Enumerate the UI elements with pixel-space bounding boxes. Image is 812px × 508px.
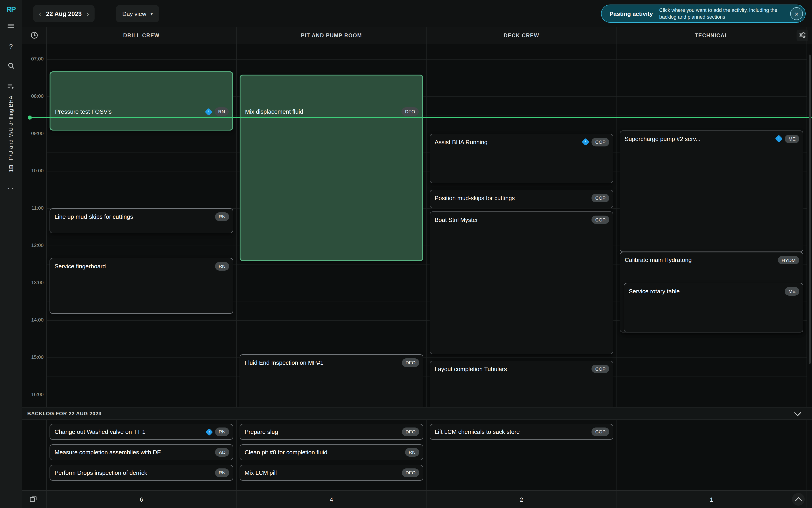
discipline-badge: AD bbox=[215, 448, 229, 457]
discipline-badge: DFO bbox=[401, 108, 419, 116]
backlog-item[interactable]: Lift LCM chemicals to sack storeCOP bbox=[430, 424, 613, 440]
column-activity-count: 2 bbox=[426, 491, 617, 508]
menu-button[interactable] bbox=[0, 18, 22, 35]
event-title: Mix displacement fluid bbox=[245, 108, 398, 115]
event-card[interactable]: Mix displacement fluidDFO bbox=[239, 75, 423, 261]
close-icon: × bbox=[795, 10, 799, 17]
search-button[interactable] bbox=[0, 58, 22, 75]
app-root: ‹ 22 Aug 2023 › Day view ▾ Pasting activ… bbox=[0, 0, 812, 508]
backlog-item[interactable]: Clean pit #8 for completion fluidRN bbox=[239, 444, 423, 460]
view-label: Day view bbox=[122, 10, 146, 17]
event-title-row: Layout completion TubularsCOP bbox=[435, 365, 609, 373]
alert-icon: ! bbox=[775, 135, 783, 143]
backlog-item[interactable]: Prepare slugDFO bbox=[239, 424, 423, 440]
discipline-badge: HYDM bbox=[778, 256, 799, 264]
top-bar: ‹ 22 Aug 2023 › Day view ▾ Pasting activ… bbox=[22, 0, 812, 27]
discipline-badge: RN bbox=[215, 212, 229, 221]
event-card[interactable]: Supercharge pump #2 serv...!ME bbox=[620, 130, 803, 252]
sidebar: RP ? P/U and M/U drilling BHA 1B • • bbox=[0, 0, 22, 508]
backlog-section: Change out Washed valve on TT 1!RNMeasur… bbox=[22, 419, 812, 490]
backlog-item[interactable]: Mix LCM pillDFO bbox=[239, 465, 423, 481]
app-logo: RP bbox=[0, 5, 22, 14]
calendar-body: 07:0008:0009:0010:0011:0012:0013:0014:00… bbox=[22, 44, 812, 407]
event-card[interactable]: Layout completion TubularsCOP bbox=[430, 361, 613, 407]
backlog-header: BACKLOG FOR 22 AUG 2023 bbox=[22, 407, 812, 420]
column-divider bbox=[807, 44, 807, 407]
backlog-item[interactable]: Perform Drops inspection of derrickRN bbox=[50, 465, 233, 481]
column-divider bbox=[617, 44, 617, 407]
column-header-drill-crew: DRILL CREW bbox=[46, 27, 236, 44]
event-card[interactable]: Service rotary tableME bbox=[624, 283, 803, 333]
alert-icon: ! bbox=[582, 138, 589, 146]
column-activity-count: 1 bbox=[617, 491, 807, 508]
event-title: Lift LCM chemicals to sack store bbox=[435, 428, 588, 435]
event-title: Line up mud-skips for cuttings bbox=[54, 213, 212, 220]
alert-icon: ! bbox=[205, 108, 213, 116]
scrollbar[interactable] bbox=[809, 54, 811, 364]
event-card[interactable]: Boat Stril MysterCOP bbox=[430, 211, 613, 354]
next-day-button[interactable]: › bbox=[86, 9, 89, 18]
stacked-view-button[interactable] bbox=[29, 495, 37, 504]
event-title: Prepare slug bbox=[244, 428, 399, 435]
discipline-badge: RN bbox=[405, 448, 419, 457]
backlog-item[interactable]: Change out Washed valve on TT 1!RN bbox=[50, 424, 233, 440]
time-label: 15:00 bbox=[22, 354, 44, 360]
date-navigator: ‹ 22 Aug 2023 › bbox=[33, 5, 95, 22]
pasting-activity-banner: Pasting activity Click where you want to… bbox=[601, 5, 806, 23]
stacked-cards-icon bbox=[29, 498, 37, 504]
time-label: 11:00 bbox=[22, 205, 44, 211]
discipline-badge: COP bbox=[591, 138, 609, 146]
close-banner-button[interactable]: × bbox=[790, 7, 803, 20]
activity-list-button[interactable] bbox=[0, 78, 22, 95]
event-card[interactable]: Assist BHA Running!COP bbox=[430, 134, 613, 183]
time-label: 12:00 bbox=[22, 242, 44, 248]
time-label: 10:00 bbox=[22, 168, 44, 173]
clock-icon bbox=[30, 31, 39, 41]
calendar: DRILL CREWPIT AND PUMP ROOMDECK CREWTECH… bbox=[22, 27, 812, 508]
event-title: Pressure test FOSV's bbox=[55, 108, 203, 115]
discipline-badge: DFO bbox=[402, 358, 419, 367]
backlog-item[interactable]: Measure completion assemblies with DEAD bbox=[50, 444, 233, 460]
event-title: Assist BHA Running bbox=[435, 139, 580, 145]
time-label: 09:00 bbox=[22, 130, 44, 136]
event-title-row: Assist BHA Running!COP bbox=[435, 138, 609, 146]
chevron-up-button[interactable] bbox=[792, 493, 805, 506]
event-title-row: Position mud-skips for cuttingsCOP bbox=[435, 194, 609, 202]
chevron-down-icon bbox=[794, 409, 801, 416]
event-title: Position mud-skips for cuttings bbox=[435, 195, 588, 202]
overflow-dots: • • bbox=[0, 186, 22, 191]
event-card[interactable]: Position mud-skips for cuttingsCOP bbox=[430, 189, 613, 208]
alert-icon: ! bbox=[205, 428, 213, 436]
column-divider bbox=[46, 419, 47, 490]
column-divider bbox=[617, 419, 617, 490]
event-title-row: Boat Stril MysterCOP bbox=[435, 216, 609, 224]
event-card[interactable]: Fluid End Inspection on MP#1DFO bbox=[239, 354, 423, 407]
column-divider bbox=[426, 419, 427, 490]
event-card[interactable]: Line up mud-skips for cuttingsRN bbox=[50, 208, 233, 233]
column-divider bbox=[236, 419, 237, 490]
discipline-badge: RN bbox=[215, 108, 229, 116]
event-card[interactable]: Pressure test FOSV's!RN bbox=[50, 72, 233, 131]
previous-day-button[interactable]: ‹ bbox=[39, 9, 42, 18]
event-title-row: Calibrate main HydratongHYDM bbox=[625, 256, 799, 264]
caret-down-icon: ▾ bbox=[150, 11, 153, 16]
banner-description: Click where you want to add the activity… bbox=[659, 7, 785, 20]
column-divider bbox=[236, 44, 237, 407]
collapse-backlog-button[interactable] bbox=[791, 409, 804, 418]
event-title-row: Line up mud-skips for cuttingsRN bbox=[54, 212, 229, 221]
event-card[interactable]: Service fingerboardRN bbox=[50, 258, 233, 314]
column-activity-count: 6 bbox=[46, 491, 236, 508]
event-title: Clean pit #8 for completion fluid bbox=[244, 449, 402, 456]
event-title: Change out Washed valve on TT 1 bbox=[54, 428, 203, 435]
view-selector[interactable]: Day view ▾ bbox=[116, 5, 160, 22]
time-label: 08:00 bbox=[22, 93, 44, 99]
event-title: Boat Stril Myster bbox=[435, 216, 588, 223]
column-header-technical: TECHNICAL bbox=[617, 27, 807, 44]
help-button[interactable]: ? bbox=[0, 38, 22, 54]
event-title-row: Service fingerboardRN bbox=[54, 262, 229, 270]
event-title: Service fingerboard bbox=[54, 263, 212, 270]
column-divider bbox=[807, 491, 807, 508]
sidebar-section-tab[interactable]: P/U and M/U drilling BHA 1B bbox=[0, 95, 22, 172]
event-title: Mix LCM pill bbox=[244, 469, 399, 476]
search-icon bbox=[7, 62, 15, 71]
